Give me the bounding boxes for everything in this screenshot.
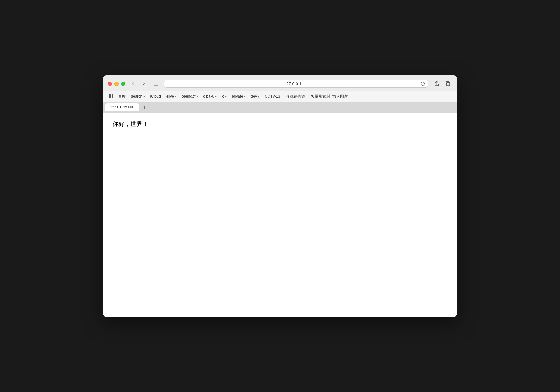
svg-rect-3: [109, 94, 110, 95]
bookmark-dibaku[interactable]: dibaku ▾: [201, 93, 219, 99]
bookmark-private[interactable]: private ▾: [230, 93, 248, 99]
svg-rect-4: [110, 94, 111, 95]
duplicate-icon: [445, 81, 450, 86]
forward-icon: [141, 81, 146, 86]
forward-button[interactable]: [139, 80, 148, 88]
window-actions: [432, 80, 452, 88]
reload-icon: [420, 81, 425, 86]
minimize-button[interactable]: [114, 82, 119, 86]
sidebar-toggle-button[interactable]: [152, 80, 161, 88]
new-tab-button[interactable]: +: [140, 103, 149, 111]
traffic-lights: [108, 82, 125, 86]
bookmark-icloud[interactable]: iCloud: [148, 93, 163, 99]
chevron-down-icon: ▾: [215, 95, 217, 98]
chevron-down-icon: ▾: [258, 95, 259, 98]
address-bar[interactable]: 127.0.0.1: [164, 80, 428, 88]
svg-rect-8: [112, 95, 113, 97]
bookmark-cctv13[interactable]: CCTV-13: [262, 93, 282, 99]
bookmark-vector[interactable]: 矢量图素材_懒人图库: [308, 93, 350, 100]
maximize-button[interactable]: [121, 82, 125, 86]
duplicate-button[interactable]: [443, 80, 452, 88]
svg-rect-5: [112, 94, 113, 95]
svg-rect-11: [112, 97, 113, 98]
sidebar-icon: [154, 81, 158, 86]
back-button[interactable]: [129, 80, 138, 88]
svg-rect-2: [446, 83, 449, 86]
svg-rect-9: [109, 97, 110, 98]
close-button[interactable]: [108, 82, 112, 86]
bookmark-dev[interactable]: dev ▾: [248, 93, 262, 99]
bookmark-youdao[interactable]: 收藏到有道: [283, 93, 308, 100]
share-icon: [434, 81, 439, 86]
svg-rect-7: [110, 95, 111, 97]
apps-grid-button[interactable]: [107, 93, 115, 100]
browser-window: 127.0.0.1: [103, 75, 457, 317]
bookmark-opencf[interactable]: open&cf ▾: [179, 93, 200, 99]
bookmark-elive[interactable]: elive ▾: [164, 93, 179, 99]
chevron-down-icon: ▾: [143, 95, 145, 98]
reload-button[interactable]: [420, 81, 425, 86]
chevron-down-icon: ▾: [225, 95, 227, 98]
title-bar: 127.0.0.1: [103, 75, 457, 91]
chevron-down-icon: ▾: [244, 95, 245, 98]
bookmark-c[interactable]: c ▾: [220, 93, 229, 99]
svg-rect-0: [154, 82, 158, 85]
svg-rect-6: [109, 95, 110, 97]
tab-url-label: 127.0.0.1:5000: [110, 105, 134, 109]
hello-world-text: 你好，世界！: [113, 120, 447, 128]
chevron-down-icon: ▾: [175, 95, 176, 98]
page-content: 你好，世界！: [103, 113, 457, 317]
chevron-down-icon: ▾: [197, 95, 198, 98]
bookmark-baidu[interactable]: 百度: [116, 93, 128, 100]
back-icon: [131, 81, 136, 86]
svg-rect-10: [110, 97, 111, 98]
tab-bar: 127.0.0.1:5000 +: [103, 102, 457, 113]
bookmarks-bar: 百度 search ▾ iCloud elive ▾ open&cf ▾ dib…: [103, 91, 457, 102]
share-button[interactable]: [432, 80, 441, 88]
nav-buttons: [129, 80, 148, 88]
bookmark-search[interactable]: search ▾: [129, 93, 147, 99]
active-tab[interactable]: 127.0.0.1:5000: [105, 103, 139, 111]
grid-icon: [108, 94, 113, 98]
url-text: 127.0.0.1: [167, 81, 418, 86]
